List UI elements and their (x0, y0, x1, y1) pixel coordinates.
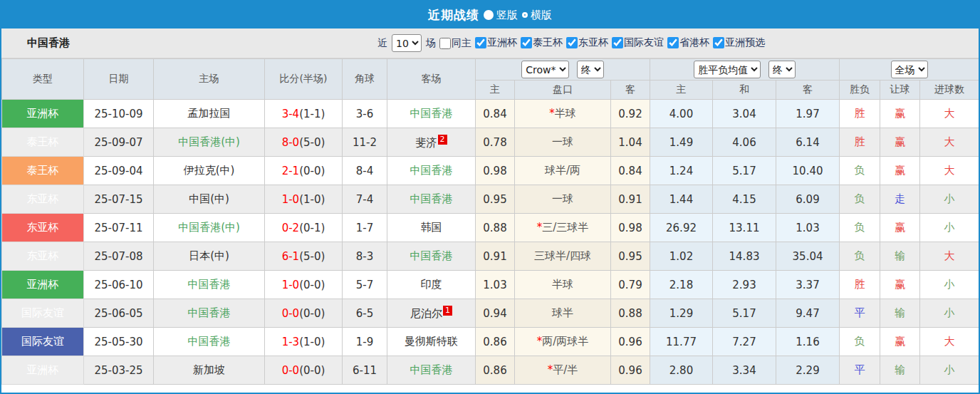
handicap-line: 一球 (515, 128, 611, 157)
table-row: 东亚杯 25-07-11 中国香港(中) 0-2(0-1) 1-7 韩国 0.8… (2, 214, 979, 242)
layout-horizontal-radio[interactable] (522, 12, 528, 18)
home-team[interactable]: 中国香港(中) (154, 214, 265, 242)
home-team[interactable]: 新加坡 (154, 356, 265, 385)
competition-badge: 泰王杯 (2, 157, 84, 185)
competition-checkbox[interactable] (566, 37, 578, 48)
odds-home: 0.94 (476, 299, 515, 328)
avg-loss: 1.97 (776, 100, 840, 128)
competition-filter[interactable]: 泰王杯 (521, 36, 563, 49)
competition-filter[interactable]: 东亚杯 (566, 36, 608, 49)
goal-number-badge: 1 (443, 306, 452, 316)
layout-vertical-label[interactable]: 竖版 (496, 9, 518, 22)
score-cell: 0-2(0-1) (265, 214, 343, 242)
competition-badge: 国际友谊 (2, 328, 84, 356)
away-team[interactable]: 中国香港 (387, 100, 476, 128)
score-cell: 3-4(1-1) (265, 100, 343, 128)
avg-loss: 10.40 (776, 157, 840, 185)
competition-filter[interactable]: 省港杯 (667, 36, 709, 49)
corner-count: 11-2 (343, 128, 387, 157)
away-team[interactable]: 中国香港 (387, 356, 476, 385)
table-row: 国际友谊 25-05-30 中国香港 1-3(1-0) 1-9 曼彻斯特联 0.… (2, 328, 979, 356)
avg-win: 26.92 (650, 214, 713, 242)
avg-loss: 6.09 (776, 185, 840, 214)
competition-label: 东亚杯 (578, 36, 608, 49)
home-team[interactable]: 伊拉克(中) (154, 157, 265, 185)
odds-home: 0.86 (476, 328, 515, 356)
avg-win: 2.80 (650, 356, 713, 385)
away-team[interactable]: 韩国 (387, 214, 476, 242)
match-count-select[interactable]: 10 (392, 34, 422, 52)
competition-checkbox[interactable] (667, 37, 679, 48)
col-header-date: 日期 (84, 59, 154, 100)
fulltime-score: 8-0 (282, 136, 300, 149)
avg-time-select[interactable]: 终 (768, 61, 796, 78)
home-team[interactable]: 孟加拉国 (154, 100, 265, 128)
competition-checkbox[interactable] (713, 37, 724, 48)
corner-count: 5-7 (343, 271, 387, 299)
table-row: 亚洲杯 25-10-09 孟加拉国 3-4(1-1) 3-6 中国香港 0.84… (2, 100, 979, 128)
score-cell: 0-0(0-0) (265, 356, 343, 385)
result-handicap: 输 (880, 299, 920, 328)
home-team[interactable]: 中国香港 (154, 328, 265, 356)
odds-away: 0.88 (611, 299, 650, 328)
competition-label: 省港杯 (679, 36, 709, 49)
home-team[interactable]: 日本(中) (154, 242, 265, 271)
avg-win: 2.18 (650, 271, 713, 299)
competition-badge: 东亚杯 (2, 242, 84, 271)
match-date: 25-07-11 (84, 214, 154, 242)
filter-controls: 近 10 场 同主 亚洲杯 泰王杯 东亚杯 国际友谊 省港杯 亚洲预选 (377, 34, 765, 52)
handicap-line: *平/半 (515, 356, 611, 385)
home-team[interactable]: 中国香港 (154, 299, 265, 328)
halftime-score: (1-0) (299, 336, 325, 348)
layout-vertical-radio[interactable] (484, 10, 494, 20)
line-text: 半球 (552, 278, 573, 291)
same-home-checkbox[interactable] (439, 38, 451, 49)
filter-bar: 中国香港 近 10 场 同主 亚洲杯 泰王杯 东亚杯 国际友谊 省港杯 亚洲预选 (1, 28, 979, 58)
result-winloss: 平 (840, 299, 880, 328)
odds-home: 0.88 (476, 214, 515, 242)
away-team[interactable]: 中国香港 (387, 185, 476, 214)
handicap-line: *两/两球半 (515, 328, 611, 356)
competition-badge: 国际友谊 (2, 299, 84, 328)
table-row: 东亚杯 25-07-15 中国(中) 1-0(1-0) 7-4 中国香港 0.9… (2, 185, 979, 214)
odds-company-select[interactable]: Crow* (521, 61, 569, 78)
away-team[interactable]: 印度 (387, 271, 476, 299)
line-text: 半球 (555, 107, 576, 120)
competition-checkbox[interactable] (475, 37, 486, 48)
home-team[interactable]: 中国(中) (154, 185, 265, 214)
competition-filter[interactable]: 亚洲预选 (713, 36, 765, 49)
line-text: 一球 (552, 135, 573, 148)
competition-checkbox[interactable] (521, 37, 532, 48)
away-team[interactable]: 尼泊尔1 (387, 299, 476, 328)
layout-horizontal-label[interactable]: 横版 (531, 9, 552, 22)
result-goals: 大 (920, 128, 979, 157)
away-team[interactable]: 曼彻斯特联 (387, 328, 476, 356)
same-home-filter[interactable]: 同主 (439, 37, 471, 50)
away-team-name: 印度 (421, 278, 442, 291)
home-team[interactable]: 中国香港(中) (154, 128, 265, 157)
avg-type-select[interactable]: 胜平负均值 (694, 61, 761, 78)
line-star: * (549, 107, 555, 120)
result-winloss: 负 (840, 185, 880, 214)
home-team[interactable]: 中国香港 (154, 271, 265, 299)
scope-selector-cell: 全场 (840, 59, 979, 81)
result-winloss: 胜 (840, 271, 880, 299)
competition-filter[interactable]: 亚洲杯 (475, 36, 517, 49)
avg-draw: 4.06 (713, 128, 776, 157)
competition-badge: 东亚杯 (2, 185, 84, 214)
away-team-name: 韩国 (421, 221, 442, 234)
away-team[interactable]: 中国香港 (387, 242, 476, 271)
odds-away: 1.04 (611, 128, 650, 157)
odds-home: 0.86 (476, 356, 515, 385)
result-goals: 小 (920, 185, 979, 214)
handicap-line: *三/三球半 (515, 214, 611, 242)
away-team[interactable]: 中国香港 (387, 157, 476, 185)
match-date: 25-09-07 (84, 128, 154, 157)
away-team[interactable]: 斐济2 (387, 128, 476, 157)
odds-time-select[interactable]: 终 (577, 61, 604, 78)
odds-selector-cell: Crow* 终 (476, 59, 650, 81)
competition-checkbox[interactable] (612, 37, 623, 48)
scope-select[interactable]: 全场 (891, 61, 928, 78)
avg-draw: 3.04 (713, 100, 776, 128)
competition-filter[interactable]: 国际友谊 (612, 36, 664, 49)
